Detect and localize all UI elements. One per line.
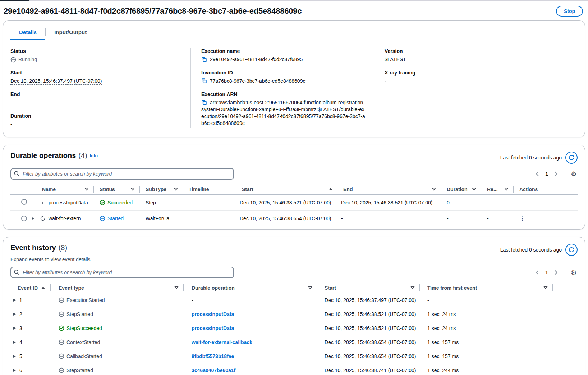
in-progress-icon <box>100 216 105 221</box>
last-fetched-value: 0 seconds ago <box>529 247 562 253</box>
column-event-type[interactable]: Event type <box>51 283 184 293</box>
durable-operations-count: (4) <box>78 152 87 160</box>
previous-page-button[interactable] <box>534 269 541 276</box>
durable-operations-filter-input[interactable] <box>10 168 234 180</box>
end-value: - <box>10 99 183 106</box>
column-start[interactable]: Start <box>317 283 420 293</box>
expand-event-icon[interactable] <box>13 327 16 330</box>
row-radio-button[interactable] <box>21 216 27 221</box>
durable-operation-link[interactable]: 8fbdbf5573b18fae <box>192 353 234 359</box>
durable-operation-link[interactable]: processInputData <box>192 325 234 331</box>
version-label: Version <box>385 48 570 54</box>
copy-icon[interactable] <box>201 57 207 62</box>
version-value: $LATEST <box>385 56 570 63</box>
column-duration[interactable]: Duration <box>441 184 481 194</box>
column-durable-operation[interactable]: Durable operation <box>184 283 317 293</box>
event-type: StepStarted <box>66 311 93 317</box>
search-icon <box>14 171 20 177</box>
operation-start: Dec 10, 2025, 15:46:38.654 (UTC-07:00) <box>240 216 331 221</box>
column-status[interactable]: Status <box>94 184 140 194</box>
filter-caret-icon <box>410 286 415 289</box>
operation-actions: - <box>514 200 556 205</box>
version-field: Version $LATEST <box>385 48 570 63</box>
row-radio-button[interactable] <box>21 199 27 205</box>
event-history-count: (8) <box>59 244 67 252</box>
event-id: 6 <box>19 367 22 373</box>
tab-input-output[interactable]: Input/Output <box>46 25 95 40</box>
info-link[interactable]: Info <box>90 153 98 158</box>
table-row: 1 ExecutionStarted - Dec 10, 2025, 15:46… <box>10 293 578 307</box>
invocation-id-value: 77a76bc8-967e-3bc7-ab6e-ed5e8488609c <box>210 78 305 84</box>
durable-operation-link[interactable]: 3c46a0407be60a1f <box>192 367 235 373</box>
current-page-number[interactable]: 1 <box>543 171 550 177</box>
event-time-from-first: - <box>420 297 553 303</box>
event-start: Dec 10, 2025, 15:46:37.497 (UTC-07:00) <box>325 297 416 303</box>
tab-details-label: Details <box>19 29 37 35</box>
operation-end: Dec 10, 2025, 15:46:38.521 (UTC-07:00) <box>341 200 433 205</box>
execution-arn-label: Execution ARN <box>201 91 367 97</box>
column-subtype[interactable]: SubType <box>140 184 183 194</box>
chevron-right-icon <box>554 171 558 176</box>
previous-page-button[interactable] <box>534 171 541 177</box>
expand-event-icon[interactable] <box>13 299 16 302</box>
column-timeline[interactable]: Timeline <box>183 184 236 194</box>
tab-input-output-label: Input/Output <box>54 29 87 35</box>
current-page-number[interactable]: 1 <box>543 270 550 275</box>
refresh-button[interactable] <box>565 244 578 256</box>
event-time-from-first: 1 sec 24 ms <box>427 311 456 317</box>
column-name[interactable]: Name <box>36 184 94 194</box>
event-history-filter-input[interactable] <box>10 267 234 278</box>
column-event-id[interactable]: Event ID <box>10 283 51 293</box>
next-page-button[interactable] <box>552 269 560 276</box>
details-column-2: Execution name 29e10492-a961-4811-8d47-f… <box>190 48 374 128</box>
table-preferences-button[interactable]: ⚙ <box>570 170 578 178</box>
row-actions-menu-button[interactable]: ⋮ <box>519 216 525 222</box>
refresh-button[interactable] <box>565 152 578 164</box>
durable-operations-title: Durable operations <box>10 152 76 160</box>
expand-row-icon[interactable] <box>32 217 34 220</box>
durable-operations-table-header: Name Status SubType Timeline Start End D… <box>10 184 578 195</box>
event-time-from-first: 1 sec 157 ms <box>427 353 459 359</box>
duration-field: Duration - <box>10 113 183 128</box>
expand-event-icon[interactable] <box>13 369 16 372</box>
tab-bar: Details Input/Output <box>3 25 585 40</box>
event-type: CallbackStarted <box>66 353 102 359</box>
xray-tracing-value: - <box>385 78 570 85</box>
next-page-button[interactable] <box>552 171 560 177</box>
tab-details[interactable]: Details <box>10 25 45 40</box>
details-column-1: Status Running Start Dec 10, 2025, 15:46… <box>10 48 190 128</box>
event-history-table: Event ID Event type Durable operation St… <box>3 283 585 375</box>
event-history-panel: Event history (8) Last fetched 0 seconds… <box>3 237 585 375</box>
stop-button[interactable]: Stop <box>556 6 583 17</box>
expand-event-icon[interactable] <box>13 341 16 344</box>
filter-caret-icon <box>543 286 548 289</box>
invocation-id-field: Invocation ID 77a76bc8-967e-3bc7-ab6e-ed… <box>201 70 367 85</box>
event-time-from-first: 1 sec 24 ms <box>427 325 456 331</box>
sort-ascending-icon <box>41 286 45 289</box>
copy-icon[interactable] <box>201 100 207 105</box>
status-value: Running <box>18 56 37 63</box>
operation-result: - <box>481 216 514 221</box>
event-history-subtitle: Expand events to view event details <box>3 256 585 262</box>
column-select <box>10 184 36 194</box>
column-time-from-first-event[interactable]: Time from first event <box>420 283 553 293</box>
top-strip-track <box>29 0 588 1</box>
column-start[interactable]: Start <box>236 184 337 194</box>
duration-value: - <box>10 121 183 128</box>
browser-top-strip <box>0 0 588 1</box>
durable-operation-link[interactable]: processInputData <box>192 311 234 317</box>
durable-operation-link[interactable]: wait-for-external-callback <box>192 339 252 345</box>
column-result[interactable]: Re... <box>481 184 514 194</box>
durable-operations-pagination: 1 ⚙ <box>534 170 578 178</box>
copy-icon[interactable] <box>201 78 207 84</box>
table-preferences-button[interactable]: ⚙ <box>570 268 578 277</box>
operation-duration: - <box>441 216 481 221</box>
in-progress-icon <box>59 297 64 303</box>
expand-event-icon[interactable] <box>13 313 16 316</box>
operation-status: Started <box>107 216 124 221</box>
event-start: Dec 10, 2025, 15:46:38.654 (UTC-07:00) <box>325 353 416 359</box>
column-end[interactable]: End <box>337 184 441 194</box>
expand-event-icon[interactable] <box>13 355 16 358</box>
event-time-from-first: 1 sec 157 ms <box>427 339 459 345</box>
end-field: End - <box>10 91 183 106</box>
